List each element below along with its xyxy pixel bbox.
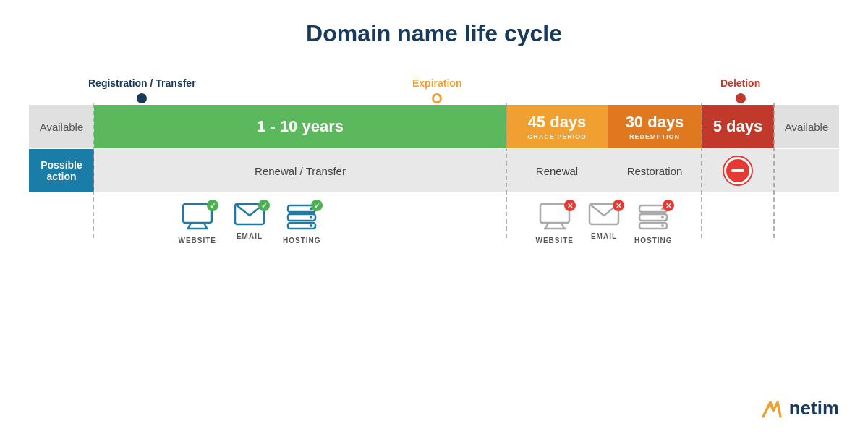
action-renewal-transfer: Renewal / Transfer <box>94 149 506 192</box>
action-no-action <box>702 149 774 192</box>
svg-point-21 <box>661 224 664 227</box>
netim-icon <box>759 395 785 421</box>
hosting-inactive-label: HOSTING <box>634 237 673 244</box>
diagram: Registration / Transfer Expiration Delet… <box>29 64 839 420</box>
website-inactive-label: WEBSITE <box>535 237 574 244</box>
icon-email-inactive: ✕ EMAIL <box>588 203 620 240</box>
svg-point-20 <box>661 216 664 219</box>
bar-deletion: 5 days <box>702 105 774 148</box>
del-dot <box>736 93 746 103</box>
website-active-label: WEBSITE <box>178 237 216 244</box>
brand-name: netim <box>789 397 839 420</box>
bar-row: Available 1 - 10 years 45 days GRACE PER… <box>29 105 839 148</box>
check-badge-email: ✓ <box>258 200 270 211</box>
x-badge-email: ✕ <box>613 200 624 211</box>
email-active-label: EMAIL <box>237 232 263 240</box>
check-badge-hosting: ✓ <box>311 200 323 211</box>
icon-hosting-active: ✓ HOSTING <box>283 203 321 244</box>
icon-email-active: ✓ EMAIL <box>234 203 265 240</box>
page: Domain name life cycle Registration / Tr… <box>0 0 868 434</box>
possible-action-label: Possible action <box>29 149 94 192</box>
action-renewal: Renewal <box>506 149 608 192</box>
check-badge-website: ✓ <box>207 200 218 211</box>
reg-dot <box>137 93 147 103</box>
icon-website-inactive: ✕ WEBSITE <box>535 203 574 244</box>
bar-available-left: Available <box>29 105 94 148</box>
no-action-icon <box>724 157 752 184</box>
action-restoration: Restoration <box>608 149 702 192</box>
action-row: Possible action Renewal / Transfer Renew… <box>29 149 839 192</box>
x-badge-hosting: ✕ <box>663 200 674 211</box>
exp-dot <box>432 93 442 103</box>
bar-available-right: Available <box>774 105 839 148</box>
svg-point-9 <box>310 216 312 219</box>
page-title: Domain name life cycle <box>29 20 839 47</box>
bar-redemption: 30 days REDEMPTION <box>608 105 702 148</box>
deletion-label: Deletion <box>720 77 760 103</box>
email-inactive-label: EMAIL <box>591 232 617 240</box>
registration-label: Registration / Transfer <box>88 77 196 103</box>
icon-website-active: ✓ WEBSITE <box>178 203 216 244</box>
icon-hosting-inactive: ✕ HOSTING <box>634 203 673 244</box>
labels-row: Registration / Transfer Expiration Delet… <box>29 64 839 103</box>
hosting-active-label: HOSTING <box>283 237 321 244</box>
inactive-icons-group: ✕ WEBSITE ✕ EMAIL <box>506 203 702 244</box>
x-badge-website: ✕ <box>564 200 576 211</box>
svg-point-10 <box>310 224 312 227</box>
netim-logo: netim <box>759 395 839 421</box>
action-end-spacer <box>774 149 839 192</box>
bar-years: 1 - 10 years <box>94 105 506 148</box>
bar-grace: 45 days GRACE PERIOD <box>506 105 608 148</box>
icons-row: ✓ WEBSITE ✓ EMAIL <box>29 203 839 260</box>
expiration-label: Expiration <box>412 77 461 103</box>
active-icons-group: ✓ WEBSITE ✓ EMAIL <box>94 203 405 244</box>
